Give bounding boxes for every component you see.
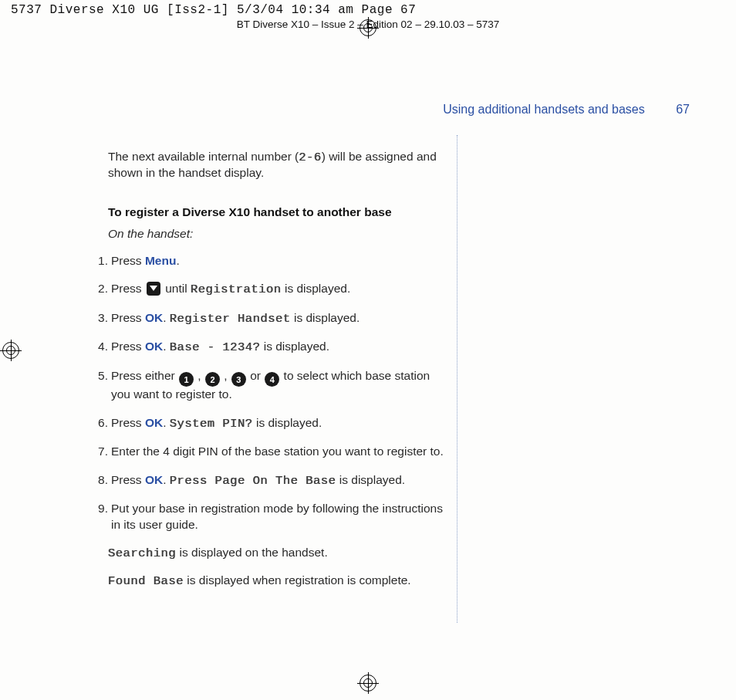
tail-paragraph: Found Base is displayed when registratio… <box>108 573 447 589</box>
text: , <box>221 369 231 382</box>
page-number: 67 <box>676 103 690 117</box>
text: is displayed on the handset. <box>176 546 327 559</box>
lcd-text: Register Handset <box>170 312 291 326</box>
step-number: 3. <box>85 310 111 326</box>
softkey-ok: OK <box>145 473 163 486</box>
lcd-text: Registration <box>191 282 282 296</box>
text: The next available internal number ( <box>108 150 299 163</box>
keypad-1-icon: 1 <box>179 372 194 387</box>
keypad-4-icon: 4 <box>265 372 279 387</box>
keypad-2-icon: 2 <box>205 372 220 387</box>
text: . <box>176 254 179 267</box>
body-text: The next available internal number (2-6)… <box>85 135 447 600</box>
step-item: 9. Put your base in registration mode by… <box>85 501 447 533</box>
softkey-ok: OK <box>145 340 163 353</box>
text: Press <box>111 282 145 295</box>
softkey-ok: OK <box>145 416 163 429</box>
text: , <box>194 369 204 382</box>
softkey-ok: OK <box>145 311 163 324</box>
lcd-text: Press Page On The Base <box>170 474 336 488</box>
down-arrow-icon <box>147 282 160 296</box>
step-item: 7. Enter the 4 digit PIN of the base sta… <box>85 444 447 459</box>
intro-paragraph: The next available internal number (2-6)… <box>108 149 447 181</box>
sub-heading: To register a Diverse X10 handset to ano… <box>108 205 447 220</box>
softkey-menu: Menu <box>145 254 176 267</box>
tail-paragraph: Searching is displayed on the handset. <box>108 545 447 561</box>
step-item: 4. Press OK. Base - 1234? is displayed. <box>85 339 447 355</box>
keypad-3-icon: 3 <box>231 372 246 387</box>
lcd-text: Base - 1234? <box>170 340 261 354</box>
text: Press <box>111 473 145 486</box>
text: . <box>163 473 170 486</box>
step-number: 6. <box>85 415 111 431</box>
section-title: Using additional handsets and bases <box>443 103 645 116</box>
text: is displayed. <box>282 282 351 295</box>
text: Press <box>111 311 145 324</box>
step-number: 7. <box>85 444 111 459</box>
text: is displayed. <box>291 311 360 324</box>
text: is displayed. <box>253 416 322 429</box>
imposition-slug: 5737 Diverse X10 UG [Iss2-1] 5/3/04 10:3… <box>11 3 416 17</box>
text: is displayed. <box>336 473 405 486</box>
step-number: 5. <box>85 368 111 403</box>
lcd-text: System PIN? <box>170 417 253 431</box>
lcd-text: Searching <box>108 546 176 560</box>
page-header: Using additional handsets and bases 67 <box>0 103 690 117</box>
step-item: 2. Press until Registration is displayed… <box>85 281 447 297</box>
text: Put your base in registration mode by fo… <box>111 501 447 533</box>
step-number: 8. <box>85 472 111 489</box>
lcd-text: Found Base <box>108 574 184 588</box>
registration-mark-icon <box>357 672 379 694</box>
text: is displayed. <box>260 340 329 353</box>
text: Press either <box>111 369 178 382</box>
text: Press <box>111 254 145 267</box>
text: . <box>163 416 170 429</box>
lcd-text: 2-6 <box>299 150 321 164</box>
step-number: 4. <box>85 339 111 355</box>
text: Enter the 4 digit PIN of the base statio… <box>111 444 447 459</box>
step-number: 1. <box>85 253 111 269</box>
step-item: 6. Press OK. System PIN? is displayed. <box>85 415 447 431</box>
step-item: 1. Press Menu. <box>85 253 447 269</box>
column-divider <box>457 135 457 623</box>
step-item: 8. Press OK. Press Page On The Base is d… <box>85 472 447 489</box>
text: is displayed when registration is comple… <box>184 573 411 587</box>
step-number: 9. <box>85 501 111 533</box>
text: Press <box>111 416 145 429</box>
step-item: 3. Press OK. Register Handset is display… <box>85 310 447 326</box>
text: Press <box>111 340 145 353</box>
text: or <box>247 369 264 382</box>
registration-mark-icon <box>357 17 379 39</box>
text: until <box>162 282 191 295</box>
text: . <box>163 340 170 353</box>
step-item: 5. Press either 1 , 2 , 3 or 4 to select… <box>85 368 447 403</box>
context-line: On the handset: <box>108 226 447 242</box>
registration-mark-icon <box>0 340 22 361</box>
text: . <box>163 311 170 324</box>
step-number: 2. <box>85 281 111 297</box>
